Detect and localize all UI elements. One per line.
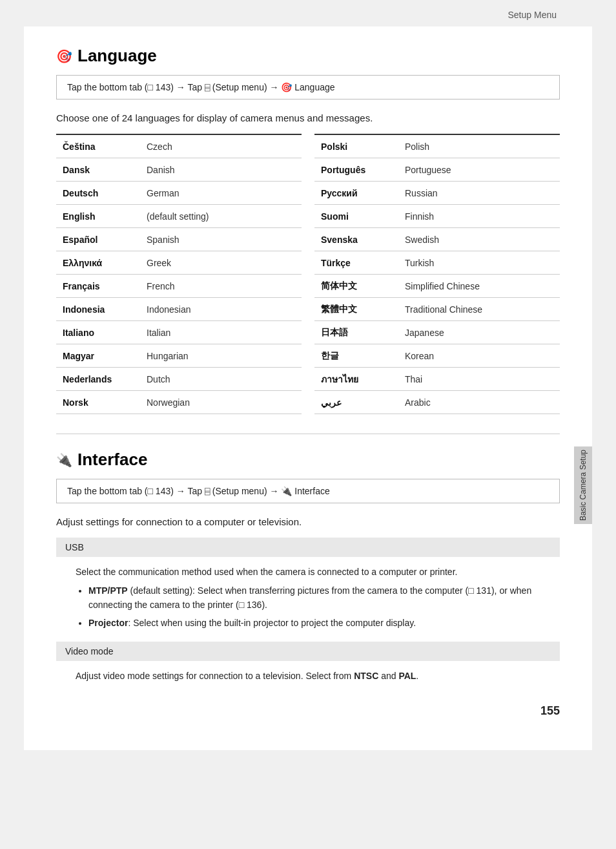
lang-english: Spanish bbox=[140, 231, 302, 249]
lang-english: Thai bbox=[398, 370, 560, 388]
language-intro: Choose one of 24 languages for display o… bbox=[56, 112, 560, 123]
lang-row: SuomiFinnish bbox=[314, 205, 560, 228]
lang-native: Français bbox=[56, 277, 140, 295]
lang-row: 日本語Japanese bbox=[314, 321, 560, 344]
lang-native: Polski bbox=[314, 138, 398, 156]
language-left-col: ČeštinaCzechDanskDanishDeutschGermanEngl… bbox=[56, 134, 302, 414]
lang-native: Español bbox=[56, 231, 140, 249]
usb-item-2: Projector: Select when using the built-i… bbox=[88, 616, 551, 631]
lang-row: DanskDanish bbox=[56, 158, 302, 182]
interface-instruction-box: Tap the bottom tab (□ 143) → Tap ⌸ (Setu… bbox=[56, 479, 560, 503]
lang-native: Suomi bbox=[314, 207, 398, 225]
lang-native: Indonesia bbox=[56, 300, 140, 319]
interface-icon: 🔌 bbox=[56, 452, 72, 468]
usb-item-1: MTP/PTP (default setting): Select when t… bbox=[88, 584, 551, 612]
lang-english: Traditional Chinese bbox=[398, 300, 560, 319]
interface-intro: Adjust settings for connection to a comp… bbox=[56, 516, 560, 527]
lang-english: Italian bbox=[140, 324, 302, 342]
language-section-title: 🎯 Language bbox=[56, 46, 560, 66]
language-title: Language bbox=[77, 46, 157, 66]
language-table: ČeštinaCzechDanskDanishDeutschGermanEngl… bbox=[56, 134, 560, 414]
lang-row: EspañolSpanish bbox=[56, 228, 302, 251]
lang-native: Nederlands bbox=[56, 370, 140, 388]
lang-row: PolskiPolish bbox=[314, 135, 560, 158]
lang-native: Português bbox=[314, 161, 398, 179]
lang-english: Turkish bbox=[398, 254, 560, 272]
lang-native: Deutsch bbox=[56, 184, 140, 202]
lang-english: Indonesian bbox=[140, 300, 302, 319]
lang-english: Greek bbox=[140, 254, 302, 272]
lang-native: Ελληνικά bbox=[56, 254, 140, 272]
usb-header: USB bbox=[56, 538, 560, 557]
lang-row: MagyarHungarian bbox=[56, 344, 302, 368]
lang-row: English(default setting) bbox=[56, 205, 302, 228]
lang-english: German bbox=[140, 184, 302, 202]
lang-native: Italiano bbox=[56, 324, 140, 342]
lang-native: Norsk bbox=[56, 393, 140, 412]
interface-instruction-text: Tap the bottom tab (□ 143) → Tap ⌸ (Setu… bbox=[67, 486, 330, 496]
lang-native: English bbox=[56, 207, 140, 225]
lang-row: NederlandsDutch bbox=[56, 368, 302, 391]
lang-native: Čeština bbox=[56, 138, 140, 156]
sidebar-label: Basic Camera Setup bbox=[579, 450, 588, 521]
lang-english: Simplified Chinese bbox=[398, 277, 560, 295]
lang-english: (default setting) bbox=[140, 207, 302, 225]
language-instruction-box: Tap the bottom tab (□ 143) → Tap ⌸ (Setu… bbox=[56, 75, 560, 100]
language-instruction-text: Tap the bottom tab (□ 143) → Tap ⌸ (Setu… bbox=[67, 82, 335, 92]
section-divider bbox=[56, 434, 560, 434]
lang-english: Hungarian bbox=[140, 347, 302, 365]
lang-row: TürkçeTurkish bbox=[314, 251, 560, 275]
lang-native: Svenska bbox=[314, 231, 398, 249]
page-number: 155 bbox=[56, 704, 560, 718]
header-label: Setup Menu bbox=[508, 10, 557, 20]
lang-english: Russian bbox=[398, 184, 560, 202]
interface-title: Interface bbox=[77, 450, 147, 470]
lang-english: Portuguese bbox=[398, 161, 560, 179]
lang-row: DeutschGerman bbox=[56, 182, 302, 205]
lang-english: French bbox=[140, 277, 302, 295]
videomode-text: Adjust video mode settings for connectio… bbox=[76, 669, 551, 683]
lang-row: 繁體中文Traditional Chinese bbox=[314, 298, 560, 321]
lang-row: NorskNorwegian bbox=[56, 391, 302, 414]
lang-native: عربي bbox=[314, 393, 398, 412]
lang-row: 简体中文Simplified Chinese bbox=[314, 275, 560, 298]
videomode-label: Video mode bbox=[65, 646, 113, 656]
lang-native: ภาษาไทย bbox=[314, 368, 398, 390]
lang-native: Русский bbox=[314, 184, 398, 202]
lang-english: Norwegian bbox=[140, 393, 302, 412]
usb-label: USB bbox=[65, 542, 84, 552]
lang-row: SvenskaSwedish bbox=[314, 228, 560, 251]
lang-row: ΕλληνικάGreek bbox=[56, 251, 302, 275]
language-icon: 🎯 bbox=[56, 48, 72, 64]
lang-row: РусскийRussian bbox=[314, 182, 560, 205]
lang-row: IndonesiaIndonesian bbox=[56, 298, 302, 321]
lang-english: Japanese bbox=[398, 324, 560, 342]
lang-english: Dutch bbox=[140, 370, 302, 388]
lang-native: Türkçe bbox=[314, 254, 398, 272]
videomode-header: Video mode bbox=[56, 642, 560, 661]
sidebar-tab: Basic Camera Setup bbox=[574, 446, 592, 524]
lang-native: 繁體中文 bbox=[314, 300, 398, 319]
videomode-content: Adjust video mode settings for connectio… bbox=[56, 661, 560, 691]
lang-native: 简体中文 bbox=[314, 277, 398, 296]
language-right-col: PolskiPolishPortuguêsPortugueseРусскийRu… bbox=[314, 134, 560, 414]
lang-row: ItalianoItalian bbox=[56, 321, 302, 344]
lang-english: Czech bbox=[140, 138, 302, 156]
lang-english: Arabic bbox=[398, 393, 560, 412]
lang-native: 한글 bbox=[314, 346, 398, 366]
lang-english: Korean bbox=[398, 347, 560, 365]
lang-row: عربيArabic bbox=[314, 391, 560, 414]
lang-native: 日本語 bbox=[314, 323, 398, 342]
lang-row: PortuguêsPortuguese bbox=[314, 158, 560, 182]
interface-section-title: 🔌 Interface bbox=[56, 450, 560, 470]
lang-english: Danish bbox=[140, 161, 302, 179]
lang-row: 한글Korean bbox=[314, 344, 560, 368]
usb-list: MTP/PTP (default setting): Select when t… bbox=[76, 584, 551, 630]
usb-content: Select the communication method used whe… bbox=[56, 557, 560, 642]
lang-english: Polish bbox=[398, 138, 560, 156]
usb-intro-text: Select the communication method used whe… bbox=[76, 565, 551, 579]
lang-native: Dansk bbox=[56, 161, 140, 179]
lang-english: Finnish bbox=[398, 207, 560, 225]
lang-row: ČeštinaCzech bbox=[56, 135, 302, 158]
lang-row: FrançaisFrench bbox=[56, 275, 302, 298]
